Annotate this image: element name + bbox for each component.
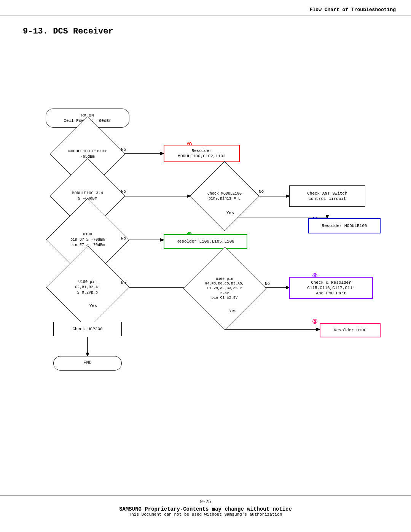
page-title: 9-13. DCS Receiver (0, 16, 411, 40)
b2-label: Check ANT Switchcontrol circuit (307, 191, 347, 202)
label-yes-d5: Yes (226, 211, 234, 215)
label-no-3: No (121, 236, 126, 241)
page-footer: 9-25 SAMSUNG Proprietary-Contents may ch… (0, 495, 411, 517)
box-b6: Resolder U100 (320, 323, 381, 337)
box-b3: Resolder MODULE100 (308, 218, 381, 233)
label-no-d5: No (259, 189, 264, 194)
box-b1: ResolderMODULE100,C102,L102 (164, 145, 240, 162)
footer-main-text: SAMSUNG Proprietary-Contents may change … (0, 506, 411, 512)
label-no-1: No (121, 147, 126, 152)
diamond-d4: U100 pinC2,B1,B2,A1≥ 0.2Vp_p (42, 272, 133, 303)
label-no-2: No (121, 189, 126, 194)
label-yes-5: Yes (89, 304, 97, 308)
b5-label: Check & ResolderC115,C116,C117,C114And P… (307, 280, 355, 296)
box-b7: Check UCP200 (53, 322, 122, 336)
end-label: END (83, 360, 92, 366)
header-title: Flow Chart of Troubleshooting (310, 7, 396, 13)
b4-label: Resolder L106,L105,L108 (177, 239, 234, 244)
box-b4: Resolder L106,L105,L108 (164, 234, 247, 249)
box-b5: Check & ResolderC115,C116,C117,C114And P… (289, 277, 373, 299)
diamond-d6: U100 pinG4,F3,D6,C5,B3,A5,F1 29,32,33,36… (186, 270, 263, 307)
b6-label: Resolder U100 (334, 328, 366, 333)
b1-label: ResolderMODULE100,C102,L102 (178, 148, 225, 159)
page-header: Flow Chart of Troubleshooting (0, 0, 411, 16)
circle-label-5: ⑤ (312, 318, 317, 326)
footer-sub-text: This Document can not be used without Sa… (0, 512, 411, 517)
b3-label: Resolder MODULE100 (322, 223, 367, 228)
label-yes-6: Yes (229, 309, 237, 313)
end-box: END (53, 356, 122, 371)
label-no-5: No (265, 281, 270, 286)
box-b2: Check ANT Switchcontrol circuit (289, 185, 365, 207)
b7-label: Check UCP200 (72, 326, 102, 332)
footer-page-number: 9-25 (0, 499, 411, 505)
flowchart-area: RX ONCell Power : -60dBm Yes MODULE100 P… (0, 44, 411, 406)
diamond-d5: Check MODULE100pin9,pin11 = L (190, 183, 259, 209)
label-no-4: No (121, 281, 126, 285)
